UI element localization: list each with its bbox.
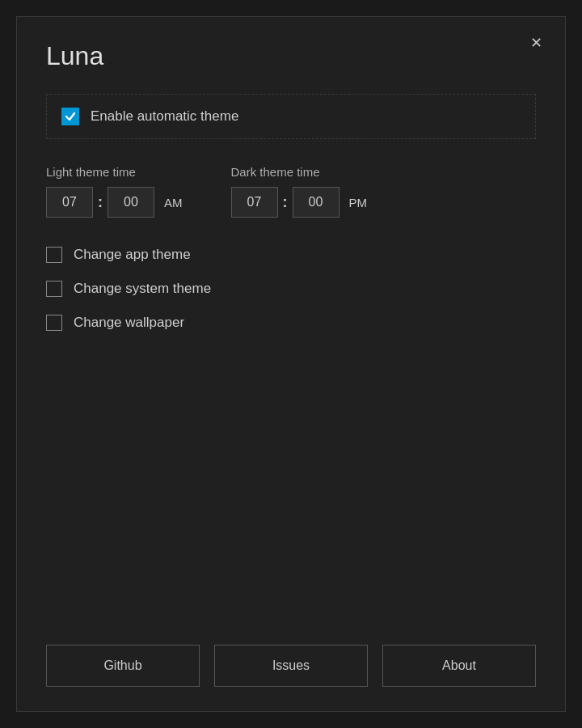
option-row-1: Change system theme <box>46 281 536 297</box>
light-theme-period: AM <box>164 196 183 210</box>
change-wallpaper-checkbox[interactable] <box>46 315 62 331</box>
window-title: Luna <box>46 41 536 71</box>
footer: Github Issues About <box>46 629 536 687</box>
auto-theme-checkbox[interactable] <box>61 108 79 125</box>
main-window: ✕ Luna Enable automatic theme Light them… <box>16 16 566 712</box>
change-system-theme-checkbox[interactable] <box>46 281 62 297</box>
dark-theme-inputs: : PM <box>231 187 368 218</box>
dark-time-separator: : <box>283 194 288 211</box>
dark-theme-group: Dark theme time : PM <box>231 165 368 218</box>
dark-theme-period: PM <box>349 196 368 210</box>
light-theme-minute[interactable] <box>108 187 154 218</box>
light-theme-label: Light theme time <box>46 165 183 179</box>
issues-button[interactable]: Issues <box>214 645 368 687</box>
dark-theme-minute[interactable] <box>293 187 340 218</box>
light-theme-inputs: : AM <box>46 187 183 218</box>
change-app-theme-checkbox[interactable] <box>46 247 62 263</box>
light-theme-group: Light theme time : AM <box>46 165 183 218</box>
change-app-theme-label: Change app theme <box>74 247 191 263</box>
options-section: Change app theme Change system theme Cha… <box>46 247 536 331</box>
github-button[interactable]: Github <box>46 645 200 687</box>
auto-theme-section: Enable automatic theme <box>46 94 536 139</box>
about-button[interactable]: About <box>382 645 536 687</box>
light-theme-hour[interactable] <box>46 187 93 218</box>
time-section: Light theme time : AM Dark theme time : … <box>46 165 536 218</box>
auto-theme-label: Enable automatic theme <box>91 108 238 125</box>
change-system-theme-label: Change system theme <box>74 281 211 297</box>
option-row-2: Change wallpaper <box>46 315 536 331</box>
light-time-separator: : <box>98 194 103 211</box>
option-row-0: Change app theme <box>46 247 536 263</box>
change-wallpaper-label: Change wallpaper <box>74 315 184 331</box>
dark-theme-hour[interactable] <box>231 187 278 218</box>
close-button[interactable]: ✕ <box>525 32 547 54</box>
dark-theme-label: Dark theme time <box>231 165 368 179</box>
